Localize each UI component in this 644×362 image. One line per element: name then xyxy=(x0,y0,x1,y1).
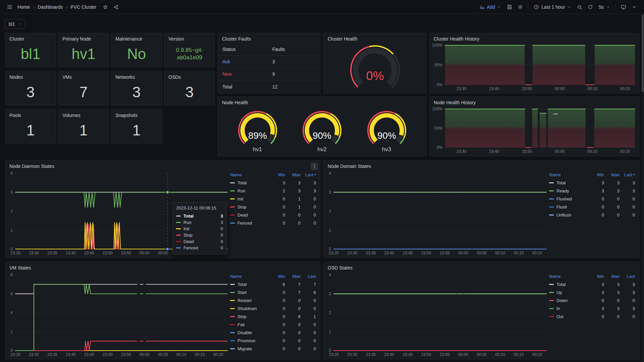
svg-text:50%: 50% xyxy=(434,126,442,131)
zoom-out-icon xyxy=(577,4,582,10)
svg-text:1: 1 xyxy=(10,228,13,233)
svg-text:0%: 0% xyxy=(366,69,384,83)
breadcrumb-item[interactable]: Dashboards xyxy=(38,4,63,10)
legend-col-max[interactable]: Max xyxy=(285,172,301,177)
legend-item-stop[interactable]: Stop061 xyxy=(230,312,316,320)
legend-col-last[interactable]: Last xyxy=(301,274,316,279)
menu-button[interactable] xyxy=(5,2,15,12)
legend-col-max[interactable]: Max xyxy=(285,274,301,279)
legend-item-flush[interactable]: Flush000 xyxy=(549,203,635,211)
breadcrumb-item[interactable]: PVC Cluster xyxy=(70,4,96,10)
legend-item-in[interactable]: In333 xyxy=(549,304,635,312)
node-domain-states-chart[interactable]: 0123423:2523:3023:3523:4023:4523:5023:55… xyxy=(325,171,548,256)
favorite-button[interactable] xyxy=(100,2,110,12)
svg-text:00:20: 00:20 xyxy=(532,251,542,255)
panel-title: Cluster xyxy=(5,33,56,43)
legend-col-last[interactable]: Last▾ xyxy=(301,172,316,177)
vm-states-chart[interactable]: 0246823:2523:3023:3523:4023:4523:5023:55… xyxy=(7,272,229,357)
legend-item-fenced[interactable]: Fenced000 xyxy=(230,219,316,227)
legend-item-migrate[interactable]: Migrate000 xyxy=(230,345,316,353)
legend-item-total[interactable]: Total333 xyxy=(549,280,635,288)
series-color-swatch xyxy=(230,284,235,285)
legend-item-shutdown[interactable]: Shutdown000 xyxy=(230,304,316,312)
legend-item-total[interactable]: Total677 xyxy=(230,280,316,288)
svg-text:23:55: 23:55 xyxy=(440,251,450,255)
save-dashboard-button[interactable] xyxy=(504,2,515,12)
legend-item-total[interactable]: Total333 xyxy=(549,179,635,187)
panel-title: Cluster Faults xyxy=(218,33,320,43)
node-health-gauge-hv2: 90%hv2 xyxy=(293,109,351,153)
gauge-label: hv3 xyxy=(382,146,391,153)
panel-title: Primary Node xyxy=(58,33,109,43)
legend-item-unflush[interactable]: Unflush000 xyxy=(549,211,635,219)
refresh-button[interactable] xyxy=(585,2,595,12)
osd-states-chart[interactable]: 0123423:2523:3023:3523:4023:4523:5023:55… xyxy=(325,272,548,357)
panel-menu-button[interactable] xyxy=(311,163,318,170)
variable-dropdown[interactable]: bl1 xyxy=(5,19,25,29)
refresh-icon xyxy=(588,4,593,10)
svg-text:00:20: 00:20 xyxy=(620,149,630,154)
panel-node-health: Node Health 89%hv190%hv290%hv3 xyxy=(218,97,426,156)
stat-value: 3 xyxy=(5,81,56,104)
legend-item-fail[interactable]: Fail000 xyxy=(230,320,316,328)
tooltip-timestamp: 2023-12-11 00:06:15 xyxy=(176,205,223,210)
clock-icon xyxy=(534,4,539,10)
zoom-out-button[interactable] xyxy=(575,2,585,12)
legend-col-max[interactable]: Max xyxy=(604,172,620,177)
legend-item-out[interactable]: Out000 xyxy=(549,312,635,320)
series-color-swatch xyxy=(230,292,235,293)
panel-title: Node Health xyxy=(218,97,426,106)
legend-col-last[interactable]: Last xyxy=(620,274,635,279)
legend-col-min[interactable]: Min xyxy=(589,172,604,177)
refresh-interval-dropdown[interactable]: 5s xyxy=(596,2,613,12)
legend-item-run[interactable]: Run233 xyxy=(230,187,316,195)
node-health-history-chart[interactable]: 0%50%100%23:3023:4023:5000:0000:1000:20 xyxy=(431,106,637,154)
dashboard-canvas: bl1 Clusterbl1Primary Nodehv1Maintenance… xyxy=(0,14,641,362)
faults-table-header: StatusFaults xyxy=(218,43,320,56)
series-color-swatch xyxy=(230,332,235,333)
legend-item-down[interactable]: Down000 xyxy=(549,296,635,304)
series-color-swatch xyxy=(549,292,554,293)
legend-item-restart[interactable]: Restart000 xyxy=(230,296,316,304)
panel-stat-primary-node: Primary Nodehv1 xyxy=(58,33,109,67)
series-color-swatch xyxy=(176,228,181,229)
share-button[interactable] xyxy=(111,2,121,12)
add-button[interactable]: Add xyxy=(477,2,504,12)
svg-text:23:50: 23:50 xyxy=(421,352,431,357)
svg-text:00:00: 00:00 xyxy=(458,251,468,255)
legend-item-up[interactable]: Up333 xyxy=(549,288,635,296)
panel-cluster-health: Cluster Health 0% xyxy=(323,33,426,94)
stat-value: bl1 xyxy=(5,43,56,65)
legend-item-dead[interactable]: Dead000 xyxy=(230,211,316,219)
refresh-interval-label: 5s xyxy=(599,4,604,10)
svg-text:3: 3 xyxy=(329,292,331,296)
svg-text:00:00: 00:00 xyxy=(458,352,468,357)
legend-col-min[interactable]: Min xyxy=(270,274,285,279)
svg-text:89%: 89% xyxy=(248,130,267,141)
legend-item-provision[interactable]: Provision000 xyxy=(230,337,316,345)
legend-item-stop[interactable]: Stop010 xyxy=(230,203,316,211)
legend-col-min[interactable]: Min xyxy=(589,274,604,279)
legend-item-start[interactable]: Start076 xyxy=(230,288,316,296)
kebab-menu-icon xyxy=(312,164,317,169)
legend-item-flushed[interactable]: Flushed000 xyxy=(549,195,635,203)
legend-col-max[interactable]: Max xyxy=(604,274,620,279)
legend-col-min[interactable]: Min xyxy=(270,172,285,177)
scrollbar-thumb[interactable] xyxy=(642,15,644,92)
nav-collapse-button[interactable] xyxy=(629,2,639,12)
dashboard-settings-button[interactable] xyxy=(515,2,525,12)
series-color-swatch xyxy=(230,348,235,349)
tv-mode-button[interactable] xyxy=(619,2,629,12)
breadcrumb-item[interactable]: Home xyxy=(17,4,30,10)
legend-item-total[interactable]: Total333 xyxy=(230,179,316,187)
svg-text:23:50: 23:50 xyxy=(103,352,113,357)
panel-title: Networks xyxy=(111,71,162,81)
legend-col-last[interactable]: Last▾ xyxy=(620,172,635,177)
legend-item-ready[interactable]: Ready333 xyxy=(549,187,635,195)
panel-title: Cluster Health History xyxy=(430,33,639,43)
legend-item-init[interactable]: Init010 xyxy=(230,195,316,203)
node-health-gauges: 89%hv190%hv290%hv3 xyxy=(218,106,426,156)
time-range-picker[interactable]: Last 1 hour xyxy=(531,2,574,12)
cluster-health-history-chart[interactable]: 0%50%100%23:3023:4023:5000:0000:1000:20 xyxy=(431,43,637,92)
legend-item-disable[interactable]: Disable000 xyxy=(230,328,316,337)
